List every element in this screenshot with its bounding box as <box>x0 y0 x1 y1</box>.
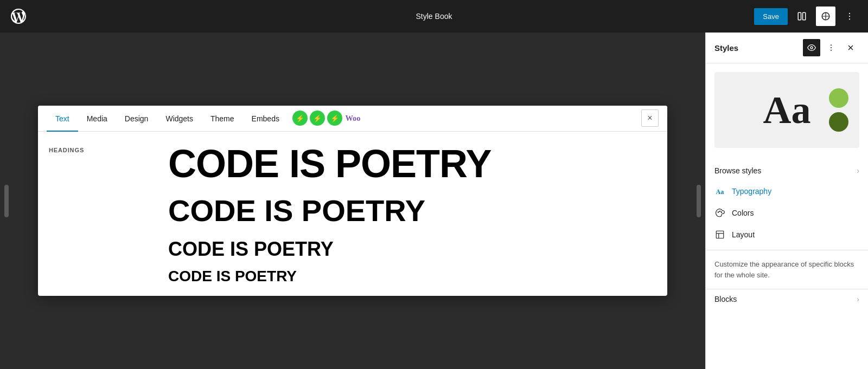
options-button[interactable] <box>840 7 859 26</box>
sidebar-close-button[interactable] <box>842 39 859 56</box>
layout-label: Layout <box>732 230 755 239</box>
color-dot-dark-green <box>829 112 848 132</box>
typography-item[interactable]: Aa Typography <box>706 180 868 202</box>
svg-point-16 <box>721 212 722 213</box>
style-toggle-button[interactable] <box>816 7 835 26</box>
svg-point-7 <box>810 47 813 49</box>
top-bar-left <box>9 7 28 26</box>
plugin-icon-2: ⚡ <box>310 111 325 126</box>
scroll-handle-left[interactable] <box>4 185 9 217</box>
svg-point-10 <box>831 50 832 51</box>
main-content: Text Media Design Widgets Theme Embeds ⚡… <box>0 33 868 369</box>
svg-point-5 <box>849 18 850 20</box>
svg-point-15 <box>719 211 720 212</box>
plugin-icon-1: ⚡ <box>292 111 308 126</box>
sidebar-header-icons <box>803 39 859 56</box>
browse-styles-item[interactable]: Browse styles › <box>706 161 868 180</box>
style-preview-button[interactable] <box>803 39 820 56</box>
svg-rect-17 <box>716 231 724 238</box>
browse-styles-label: Browse styles <box>714 166 761 175</box>
tabs-bar: Text Media Design Widgets Theme Embeds ⚡… <box>38 106 667 132</box>
typography-icon: Aa <box>714 186 725 197</box>
heading-h4: CODE IS POETRY <box>168 268 646 285</box>
color-dots <box>829 88 848 132</box>
svg-rect-1 <box>803 12 806 20</box>
svg-point-3 <box>849 13 850 14</box>
blocks-chevron: › <box>857 295 859 303</box>
woocommerce-icon: Woo <box>344 111 364 126</box>
svg-text:Aa: Aa <box>716 188 724 196</box>
layout-toggle-button[interactable] <box>792 7 812 26</box>
tab-widgets[interactable]: Widgets <box>157 106 202 132</box>
style-book-panel: Text Media Design Widgets Theme Embeds ⚡… <box>38 106 667 296</box>
style-preview-box: Aa <box>714 72 859 148</box>
content-area: HEADINGS CODE IS POETRY CODE IS POETRY C… <box>38 132 667 296</box>
tab-text[interactable]: Text <box>47 106 78 132</box>
color-dot-light-green <box>829 88 848 108</box>
editor-area: Text Media Design Widgets Theme Embeds ⚡… <box>0 33 705 369</box>
sidebar-menu: Browse styles › Aa Typography <box>706 157 868 250</box>
blocks-item[interactable]: Blocks › <box>706 289 868 309</box>
tab-design[interactable]: Design <box>116 106 157 132</box>
colors-item[interactable]: Colors <box>706 202 868 224</box>
layout-item[interactable]: Layout <box>706 224 868 245</box>
colors-label: Colors <box>732 209 754 217</box>
svg-rect-0 <box>798 12 801 20</box>
section-label-column: HEADINGS <box>38 132 146 296</box>
heading-h1: CODE IS POETRY <box>168 143 646 185</box>
heading-h3: CODE IS POETRY <box>168 238 646 260</box>
svg-text:Woo: Woo <box>345 114 360 122</box>
top-bar-right: Save <box>754 7 859 26</box>
headings-preview: CODE IS POETRY CODE IS POETRY CODE IS PO… <box>146 132 667 296</box>
preview-aa-text: Aa <box>763 88 811 133</box>
heading-h2: CODE IS POETRY <box>168 194 646 228</box>
sidebar-description: Customize the appearance of specific blo… <box>706 250 868 289</box>
page-title: Style Book <box>416 12 452 21</box>
svg-point-4 <box>849 16 850 17</box>
close-preview-button[interactable]: × <box>641 109 659 127</box>
scroll-handle-right[interactable] <box>697 185 701 217</box>
top-bar: Style Book Save <box>0 0 868 33</box>
tab-theme[interactable]: Theme <box>202 106 243 132</box>
section-label: HEADINGS <box>49 147 84 153</box>
sidebar-header: Styles <box>706 33 868 63</box>
browse-styles-chevron: › <box>857 166 859 175</box>
tab-embeds[interactable]: Embeds <box>243 106 288 132</box>
svg-point-8 <box>831 44 832 46</box>
sidebar-title: Styles <box>714 43 799 53</box>
close-icon: × <box>647 113 652 123</box>
svg-point-9 <box>831 47 832 48</box>
styles-sidebar: Styles <box>705 33 868 369</box>
svg-point-14 <box>718 212 719 213</box>
tabs-plugins: ⚡ ⚡ ⚡ Woo <box>292 111 364 126</box>
layout-icon <box>714 229 725 240</box>
plugin-icon-3: ⚡ <box>327 111 342 126</box>
colors-icon <box>714 208 725 218</box>
tab-media[interactable]: Media <box>78 106 116 132</box>
wordpress-logo[interactable] <box>9 7 28 26</box>
typography-label: Typography <box>732 187 771 196</box>
sidebar-more-options-button[interactable] <box>822 39 840 56</box>
save-button[interactable]: Save <box>754 8 788 25</box>
blocks-label: Blocks <box>714 295 737 303</box>
